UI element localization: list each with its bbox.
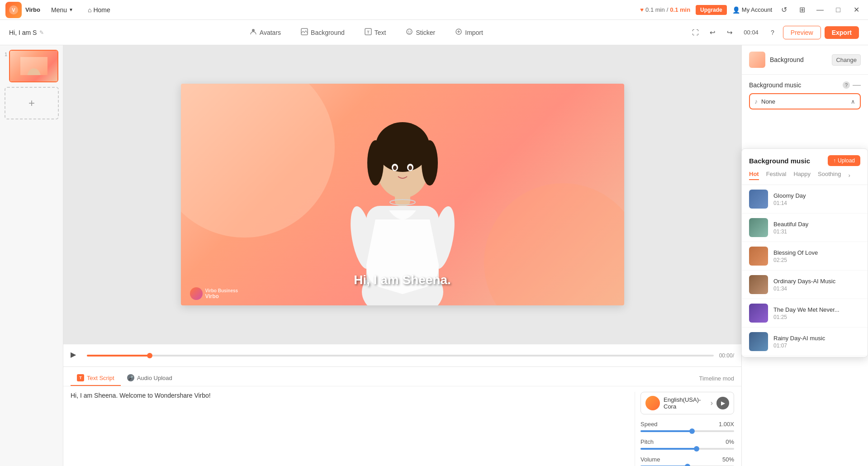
- music-item-ordinary[interactable]: Ordinary Days-AI Music 01:34: [742, 271, 868, 299]
- body-area: 1 +: [0, 45, 868, 466]
- voice-play-button[interactable]: ▶: [716, 397, 729, 409]
- audio-upload-tab[interactable]: 🎤 Audio Upload: [121, 371, 179, 386]
- md-header: Background music ↑ Upload: [742, 149, 868, 171]
- md-tab-happy[interactable]: Happy: [793, 171, 811, 180]
- svg-text:T: T: [367, 30, 370, 34]
- music-item-rainy[interactable]: Rainy Day-AI music 01:07: [742, 328, 868, 356]
- day-we-met-thumb: [749, 304, 768, 323]
- gloomy-day-info: Gloomy Day 01:14: [773, 192, 860, 206]
- progress-thumb[interactable]: [147, 353, 152, 358]
- upload-label: Upload: [838, 157, 855, 164]
- redo-icon[interactable]: ↪: [723, 26, 736, 39]
- text-script-icon: T: [77, 374, 84, 381]
- preview-button[interactable]: Preview: [783, 26, 821, 39]
- text-tool-label: Text: [375, 29, 386, 36]
- background-section: Background Change: [742, 45, 868, 75]
- background-label: Background: [770, 56, 827, 63]
- speed-thumb[interactable]: [689, 428, 695, 434]
- ordinary-days-duration: 01:34: [773, 285, 860, 292]
- md-music-list: Gloomy Day 01:14 Beautiful Day 01:31 Ble…: [742, 185, 868, 357]
- sticker-tool[interactable]: Sticker: [401, 25, 440, 39]
- music-item-gloomy[interactable]: Gloomy Day 01:14: [742, 185, 868, 214]
- blessing-of-love-thumb: [749, 247, 768, 266]
- topbar: V Virbo Menu ▼ ⌂ Home ♥ 0.1 min / 0.1 mi…: [0, 0, 868, 20]
- app-name: Virbo: [25, 6, 40, 13]
- menu-button[interactable]: Menu ▼: [47, 5, 77, 15]
- avatars-tool[interactable]: Avatars: [245, 25, 285, 39]
- help-icon[interactable]: ?: [766, 26, 779, 39]
- beautiful-day-thumb: [749, 218, 768, 237]
- music-chevron-icon: ∧: [851, 98, 855, 105]
- svg-point-25: [393, 166, 397, 170]
- upgrade-button[interactable]: Upgrade: [696, 5, 727, 15]
- slide-1-number: 1: [5, 52, 7, 57]
- upload-music-button[interactable]: ↑ Upload: [828, 155, 860, 166]
- grid-icon[interactable]: ⊞: [796, 4, 808, 16]
- music-collapse-icon[interactable]: —: [853, 80, 861, 90]
- change-background-button[interactable]: Change: [832, 54, 861, 66]
- undo-icon[interactable]: ↩: [706, 26, 719, 39]
- undo-topbar-icon[interactable]: ↺: [778, 4, 790, 16]
- svg-point-8: [410, 31, 411, 32]
- volume-thumb[interactable]: [685, 464, 690, 466]
- heart-icon: ♥: [640, 6, 644, 13]
- script-content: Hi, I am Sheena. Welcome to Wondershare …: [63, 386, 741, 466]
- slide-1-thumb[interactable]: [9, 50, 58, 82]
- progress-track[interactable]: [87, 355, 714, 357]
- svg-point-2: [252, 29, 255, 32]
- time-used: 0.1 min: [645, 6, 665, 13]
- play-button[interactable]: ▶: [71, 350, 81, 361]
- toolbar2: Hi, I am S ✎ Avatars Background T Text S: [0, 20, 868, 45]
- account-area[interactable]: 👤 My Account: [732, 6, 772, 14]
- bg-shape-2: [484, 183, 624, 305]
- voice-expand-icon: ›: [711, 399, 713, 407]
- pitch-fill: [640, 448, 697, 450]
- md-tab-soothing[interactable]: Soothing: [818, 171, 841, 180]
- text-tool[interactable]: T Text: [360, 25, 391, 39]
- md-tab-more-icon[interactable]: ›: [848, 172, 850, 179]
- md-title: Background music: [749, 157, 828, 165]
- music-item-beautiful[interactable]: Beautiful Day 01:31: [742, 214, 868, 242]
- gloomy-day-thumb: [749, 190, 768, 209]
- background-thumb: [749, 52, 765, 68]
- speed-section: Speed 1.00X Pitch 0%: [640, 421, 734, 466]
- minimize-icon[interactable]: —: [814, 4, 826, 16]
- ordinary-days-info: Ordinary Days-AI Music 01:34: [773, 278, 860, 292]
- fullscreen-icon[interactable]: ⛶: [688, 26, 702, 39]
- md-tab-festival[interactable]: Festival: [766, 171, 787, 180]
- svg-point-22: [422, 140, 438, 185]
- script-textarea[interactable]: Hi, I am Sheena. Welcome to Wondershare …: [71, 392, 627, 433]
- music-item-daywemet[interactable]: The Day We Met Never... 01:25: [742, 299, 868, 328]
- background-tool[interactable]: Background: [296, 25, 349, 39]
- export-button[interactable]: Export: [825, 26, 859, 39]
- voice-selector[interactable]: English(USA)-Cora › ▶: [640, 392, 734, 414]
- speed-label: Speed: [640, 421, 658, 428]
- speed-slider[interactable]: [640, 430, 734, 432]
- bg-shape-1: [181, 84, 335, 238]
- beautiful-day-name: Beautiful Day: [773, 221, 860, 228]
- account-label: My Account: [742, 6, 772, 13]
- music-item-blessing[interactable]: Blessing Of Love 02:25: [742, 242, 868, 271]
- music-title: Background music: [749, 81, 840, 89]
- close-icon[interactable]: ✕: [850, 4, 863, 16]
- add-slide-button[interactable]: +: [5, 87, 59, 119]
- background-row: Background Change: [749, 52, 861, 68]
- blessing-of-love-duration: 02:25: [773, 257, 860, 263]
- edit-title-icon[interactable]: ✎: [39, 29, 44, 36]
- pitch-slider[interactable]: [640, 448, 734, 450]
- beautiful-day-duration: 01:31: [773, 228, 860, 235]
- rainy-day-duration: 01:07: [773, 342, 860, 349]
- md-tab-hot[interactable]: Hot: [749, 171, 759, 180]
- music-help-icon[interactable]: ?: [843, 81, 850, 89]
- doc-title: Hi, I am S ✎: [9, 29, 44, 36]
- watermark-sub: Virbo: [205, 293, 238, 300]
- import-tool[interactable]: Import: [451, 25, 488, 39]
- timeline-mode-label: Timeline mod: [699, 375, 734, 382]
- maximize-icon[interactable]: □: [832, 4, 844, 16]
- gloomy-day-name: Gloomy Day: [773, 192, 860, 199]
- pitch-thumb[interactable]: [694, 446, 699, 452]
- music-none-value: None: [761, 98, 847, 105]
- music-selector[interactable]: ♪ None ∧: [749, 93, 861, 109]
- home-button[interactable]: ⌂ Home: [84, 5, 114, 15]
- text-script-tab[interactable]: T Text Script: [71, 371, 121, 386]
